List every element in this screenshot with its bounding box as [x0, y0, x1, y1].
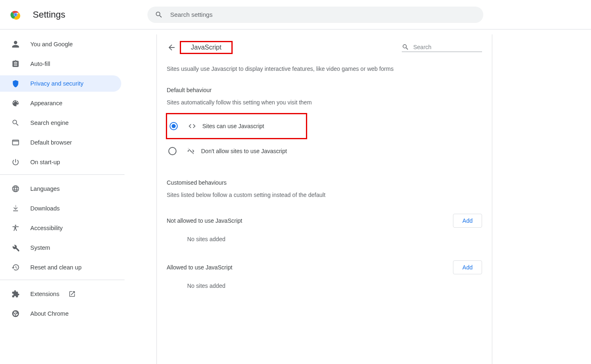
sidebar-item-label: Auto-fill [30, 61, 50, 67]
sidebar-item-label: Extensions [30, 291, 59, 297]
wrench-icon [11, 244, 20, 252]
sidebar-item-privacy[interactable]: Privacy and security [0, 75, 121, 92]
custom-behaviours-title: Customised behaviours [167, 163, 482, 186]
globe-icon [11, 185, 20, 193]
allowed-header: Allowed to use JavaScript Add [167, 252, 482, 276]
settings-search-input[interactable] [170, 11, 476, 18]
search-icon [11, 119, 20, 127]
page-title: Settings [33, 9, 66, 20]
sidebar-item-you-and-google[interactable]: You and Google [0, 36, 121, 52]
code-icon [188, 122, 197, 130]
sidebar-item-downloads[interactable]: Downloads [0, 200, 121, 217]
settings-panel: JavaScript Sites usually use Javascript … [156, 34, 492, 364]
search-icon [402, 43, 409, 51]
radio-block-js[interactable]: Don't allow sites to use Javascript [168, 139, 480, 163]
download-icon [11, 204, 20, 213]
radio-label: Sites can use Javascript [202, 123, 264, 129]
sidebar-item-system[interactable]: System [0, 240, 121, 256]
person-icon [11, 40, 20, 48]
accessibility-icon [11, 224, 20, 232]
settings-search[interactable] [147, 7, 483, 23]
panel-title: JavaScript [180, 41, 233, 54]
allowed-label: Allowed to use JavaScript [167, 264, 232, 271]
sidebar-item-accessibility[interactable]: Accessibility [0, 220, 121, 236]
add-allowed-button[interactable]: Add [453, 260, 482, 274]
not-allowed-empty: No sites added [167, 229, 482, 252]
highlight-box: Sites can use Javascript [166, 113, 307, 139]
allowed-empty: No sites added [167, 276, 482, 299]
external-link-icon [68, 290, 76, 298]
browser-icon [11, 138, 20, 147]
sidebar-item-appearance[interactable]: Appearance [0, 95, 121, 111]
sidebar-item-label: Search engine [30, 120, 69, 126]
sidebar-item-label: Reset and clean up [30, 264, 82, 271]
app-header: Settings [0, 0, 591, 29]
sidebar-item-label: About Chrome [30, 310, 69, 317]
radio-button-checked[interactable] [170, 122, 178, 130]
puzzle-icon [11, 290, 20, 298]
divider [0, 280, 125, 280]
search-icon [155, 11, 163, 19]
panel-search[interactable] [402, 43, 482, 52]
back-button[interactable] [167, 43, 177, 52]
radio-button-unchecked[interactable] [168, 147, 177, 155]
sidebar-item-extensions[interactable]: Extensions [0, 286, 121, 302]
sidebar-item-autofill[interactable]: Auto-fill [0, 56, 121, 72]
chrome-icon [11, 310, 20, 318]
sidebar-item-label: Privacy and security [30, 80, 84, 87]
main: JavaScript Sites usually use Javascript … [125, 29, 591, 364]
sidebar-item-label: Downloads [30, 205, 60, 212]
sidebar: You and Google Auto-fill Privacy and sec… [0, 29, 125, 364]
clipboard-icon [11, 60, 20, 68]
sidebar-item-about[interactable]: About Chrome [0, 305, 121, 322]
default-behaviour-sub: Sites automatically follow this setting … [167, 93, 482, 113]
not-allowed-header: Not allowed to use JavaScript Add [167, 206, 482, 229]
code-off-icon [186, 147, 195, 155]
not-allowed-label: Not allowed to use JavaScript [167, 217, 242, 224]
sidebar-item-label: Languages [30, 185, 60, 192]
radio-group: Sites can use Javascript Don't allow sit… [167, 113, 482, 163]
sidebar-item-reset[interactable]: Reset and clean up [0, 259, 121, 276]
restore-icon [11, 263, 20, 271]
sidebar-item-on-startup[interactable]: On start-up [0, 154, 121, 170]
panel-search-input[interactable] [413, 44, 485, 50]
sidebar-item-label: Appearance [30, 100, 62, 106]
sidebar-item-label: Accessibility [30, 225, 63, 231]
sidebar-item-label: Default browser [30, 139, 72, 146]
sidebar-item-search-engine[interactable]: Search engine [0, 115, 121, 131]
custom-behaviours-sub: Sites listed below follow a custom setti… [167, 186, 482, 206]
sidebar-item-label: You and Google [30, 41, 72, 47]
radio-label: Don't allow sites to use Javascript [201, 148, 287, 154]
add-not-allowed-button[interactable]: Add [453, 214, 482, 228]
divider [0, 174, 125, 175]
palette-icon [11, 99, 20, 107]
sidebar-item-default-browser[interactable]: Default browser [0, 134, 121, 151]
panel-header: JavaScript [157, 34, 492, 61]
shield-icon [11, 79, 20, 88]
sidebar-item-languages[interactable]: Languages [0, 181, 121, 197]
power-icon [11, 158, 20, 166]
sidebar-item-label: On start-up [30, 159, 60, 165]
default-behaviour-title: Default behaviour [167, 84, 482, 93]
sidebar-item-label: System [30, 244, 50, 251]
chrome-logo-icon [10, 9, 21, 20]
intro-text: Sites usually use Javascript to display … [167, 61, 482, 84]
radio-allow-js[interactable]: Sites can use Javascript [170, 114, 306, 138]
